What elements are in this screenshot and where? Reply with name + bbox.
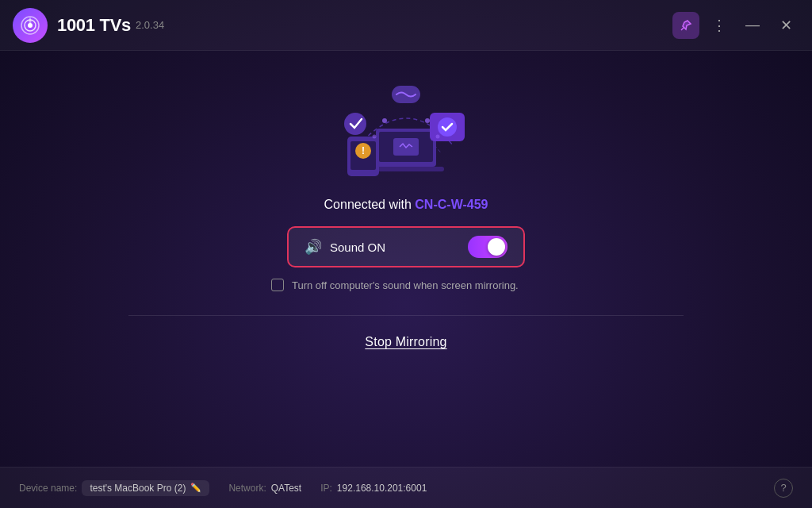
window-controls: ⋮ — ✕	[672, 12, 799, 39]
ip-label: IP:	[320, 483, 332, 494]
stop-mirroring-button[interactable]: Stop Mirroring	[365, 335, 446, 349]
close-icon: ✕	[780, 17, 792, 34]
svg-point-16	[382, 118, 387, 123]
app-logo	[13, 8, 48, 43]
svg-point-19	[436, 135, 440, 139]
footer-device-name-item: Device name: test's MacBook Pro (2) ✏️	[19, 480, 209, 496]
svg-point-14	[438, 117, 457, 137]
illustration-svg: !	[327, 75, 485, 198]
main-content: ! Connected with CN-C-W-459 🔊 Sound ON	[0, 51, 812, 349]
device-name: CN-C-W-459	[415, 198, 488, 211]
titlebar: 1001 TVs 2.0.34 ⋮ — ✕	[0, 0, 812, 51]
footer: Device name: test's MacBook Pro (2) ✏️ N…	[0, 467, 812, 508]
network-label: Network:	[228, 483, 266, 494]
network-value: QATest	[271, 483, 301, 494]
divider	[128, 315, 684, 316]
sound-toggle-row: 🔊 Sound ON	[287, 226, 525, 267]
edit-device-name-icon[interactable]: ✏️	[190, 483, 201, 493]
minimize-button[interactable]: —	[739, 12, 766, 39]
device-name-label: Device name:	[19, 483, 77, 494]
toggle-thumb	[488, 238, 505, 256]
minimize-icon: —	[745, 17, 760, 33]
svg-text:!: !	[362, 145, 365, 156]
mute-checkbox[interactable]	[271, 279, 284, 291]
checkbox-label: Turn off computer's sound when screen mi…	[292, 279, 519, 291]
ip-value: 192.168.10.201:6001	[337, 483, 427, 494]
menu-icon: ⋮	[712, 17, 726, 34]
toggle-track	[468, 236, 508, 258]
svg-line-3	[681, 28, 684, 30]
app-version: 2.0.34	[136, 19, 164, 31]
footer-ip-item: IP: 192.168.10.201:6001	[320, 483, 427, 494]
connected-status: Connected with CN-C-W-459	[324, 198, 488, 212]
footer-network-item: Network: QATest	[228, 483, 301, 494]
sound-toggle[interactable]	[468, 236, 508, 258]
svg-point-18	[373, 135, 377, 139]
sound-icon: 🔊	[304, 238, 322, 256]
sound-label: Sound ON	[330, 241, 468, 254]
help-button[interactable]: ?	[774, 479, 793, 498]
svg-point-17	[425, 118, 430, 123]
connected-illustration: !	[327, 75, 485, 198]
menu-button[interactable]: ⋮	[706, 12, 733, 39]
device-name-value: test's MacBook Pro (2)	[90, 483, 186, 494]
device-name-value-box: test's MacBook Pro (2) ✏️	[82, 480, 209, 496]
pin-icon	[680, 19, 692, 32]
pin-button[interactable]	[672, 12, 699, 39]
logo-icon	[20, 15, 40, 36]
app-title: 1001 TVs	[57, 15, 131, 36]
help-icon: ?	[780, 482, 786, 494]
close-button[interactable]: ✕	[772, 12, 799, 39]
svg-rect-8	[368, 167, 444, 171]
svg-point-15	[344, 113, 366, 135]
connected-prefix: Connected with	[324, 198, 412, 211]
checkbox-row: Turn off computer's sound when screen mi…	[271, 279, 541, 291]
